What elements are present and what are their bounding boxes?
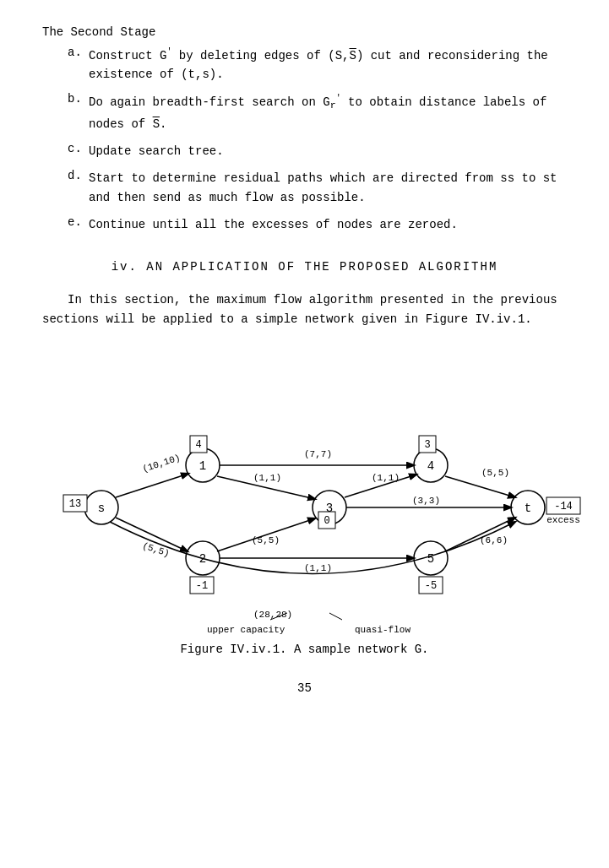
svg-text:0: 0 — [324, 515, 329, 527]
svg-text:5: 5 — [427, 552, 434, 566]
second-stage-section: The Second Stage a. Construct G' by dele… — [42, 25, 567, 235]
second-stage-title: The Second Stage — [42, 25, 567, 39]
svg-text:(5,5): (5,5) — [141, 541, 171, 560]
list-label-c: c. — [68, 142, 89, 160]
svg-text:t: t — [525, 502, 531, 515]
list-content-e: Continue until all the excesses of nodes… — [89, 215, 567, 234]
svg-text:excess: excess — [546, 515, 580, 525]
svg-line-43 — [445, 476, 515, 497]
svg-text:(1,1): (1,1) — [304, 563, 332, 573]
svg-text:3: 3 — [424, 439, 430, 451]
svg-text:(1,1): (1,1) — [253, 473, 281, 483]
list-content-c: Update search tree. — [89, 142, 567, 160]
list-item-a: a. Construct G' by deleting edges of (S,… — [42, 46, 567, 84]
list-item-c: c. Update search tree. — [42, 142, 567, 160]
figure-container: s 13 1 4 2 -1 3 0 4 3 5 -5 — [42, 347, 567, 656]
svg-text:(3,3): (3,3) — [412, 496, 440, 506]
iv-heading: iv. AN APPLICATION OF THE PROPOSED ALGOR… — [42, 260, 567, 274]
svg-text:(1,1): (1,1) — [372, 473, 400, 483]
list-content-d: Start to determine residual paths which … — [89, 169, 567, 207]
list-label-e: e. — [68, 215, 89, 234]
paragraph: In this section, the maximum flow algori… — [42, 290, 567, 331]
svg-text:1: 1 — [199, 459, 206, 473]
svg-text:-1: -1 — [196, 580, 208, 592]
svg-text:upper capacity: upper capacity — [207, 625, 285, 634]
page-number: 35 — [42, 681, 567, 695]
svg-text:-5: -5 — [425, 580, 437, 592]
svg-text:(10,10): (10,10) — [141, 453, 182, 475]
svg-text:4: 4 — [195, 439, 201, 451]
svg-text:(5,5): (5,5) — [481, 468, 509, 478]
list-item-e: e. Continue until all the excesses of no… — [42, 215, 567, 234]
svg-line-29 — [116, 474, 188, 497]
list-label-a: a. — [68, 46, 89, 84]
list-label-b: b. — [68, 92, 89, 133]
list-content-a: Construct G' by deleting edges of (S,S) … — [89, 46, 567, 84]
svg-line-47 — [445, 518, 515, 551]
svg-text:quasi-flow: quasi-flow — [355, 625, 411, 634]
svg-text:-14: -14 — [554, 501, 573, 513]
list-label-d: d. — [68, 169, 89, 207]
svg-text:13: 13 — [69, 498, 81, 510]
svg-text:4: 4 — [427, 459, 434, 473]
figure-caption: Figure IV.iv.1. A sample network G. — [42, 643, 567, 656]
svg-text:s: s — [98, 502, 105, 515]
svg-text:(28,28): (28,28) — [253, 610, 292, 620]
list-item-b: b. Do again breadth-first search on Gr' … — [42, 92, 567, 133]
svg-line-53 — [329, 613, 342, 620]
list-content-b: Do again breadth-first search on Gr' to … — [89, 92, 567, 133]
svg-text:(7,7): (7,7) — [304, 449, 332, 459]
network-diagram: s 13 1 4 2 -1 3 0 4 3 5 -5 — [42, 347, 591, 634]
svg-text:(5,5): (5,5) — [252, 535, 280, 545]
list-item-d: d. Start to determine residual paths whi… — [42, 169, 567, 207]
